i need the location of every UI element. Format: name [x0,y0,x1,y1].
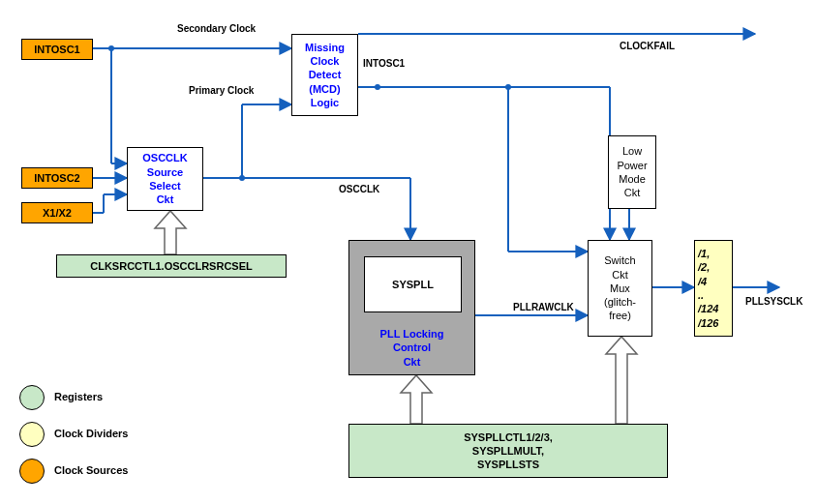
svg-point-18 [505,84,511,90]
svg-point-1 [108,45,114,51]
block-pll-locking: PLL Locking Control Ckt [349,327,474,369]
source-intosc1: INTOSC1 [21,39,93,60]
legend-swatch-sources [19,459,45,484]
register-syspll: SYSPLLCTL1/2/3, SYSPLLMULT, SYSPLLSTS [348,424,668,478]
block-oscclk-select: OSCCLK Source Select Ckt [127,147,203,211]
svg-point-17 [375,84,380,90]
legend-swatch-dividers [19,422,45,447]
label-secondary-clock: Secondary Clock [177,23,256,34]
block-mcd: Missing Clock Detect (MCD) Logic [291,34,358,116]
legend-label-sources: Clock Sources [54,464,128,476]
label-clockfail: CLOCKFAIL [620,41,675,51]
label-oscclk: OSCCLK [339,184,379,194]
source-intosc2: INTOSC2 [21,167,93,189]
block-pll-group: SYSPLL PLL Locking Control Ckt [348,240,475,375]
block-syspll: SYSPLL [364,256,462,312]
legend-label-registers: Registers [54,391,103,402]
legend-swatch-registers [19,385,45,410]
svg-point-11 [239,175,245,181]
source-x1x2: X1/X2 [21,202,93,223]
block-lpm: Low Power Mode Ckt [608,135,656,209]
label-pllsysclk: PLLSYSCLK [745,296,802,307]
label-intosc1-out: INTOSC1 [363,58,405,69]
block-divider: /1, /2, /4 .. /124 /126 [694,240,733,337]
register-clksrcctl: CLKSRCCTL1.OSCCLRSRCSEL [56,254,287,278]
legend-label-dividers: Clock Dividers [54,428,128,439]
label-pllrawclk: PLLRAWCLK [513,302,574,312]
label-primary-clock: Primary Clock [189,85,254,96]
block-switch-mux: Switch Ckt Mux (glitch- free) [588,240,652,337]
